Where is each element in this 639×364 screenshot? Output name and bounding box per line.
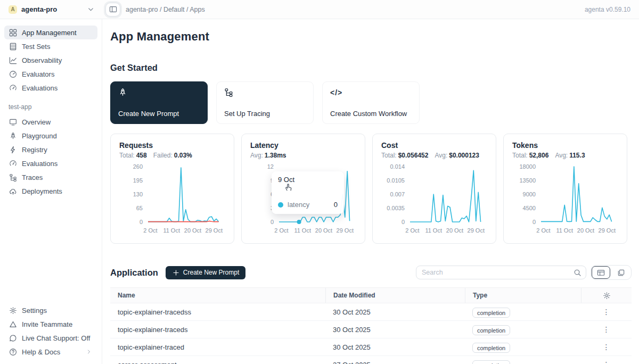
sidebar-bottom-group: Settings Invite Teammate Live Chat Suppo… <box>4 303 97 359</box>
row-app-name: topic-explainer-traced <box>110 343 325 351</box>
set-up-tracing-label: Set Up Tracing <box>224 110 270 118</box>
table-header-date-modified[interactable]: Date Modified <box>325 288 465 303</box>
table-header-name[interactable]: Name <box>110 292 325 299</box>
main-content: App Management Get Started Create New Pr… <box>102 19 639 364</box>
svg-text:2 Oct: 2 Oct <box>143 227 157 234</box>
set-up-tracing-card[interactable]: Set Up Tracing <box>216 81 314 124</box>
create-new-prompt-button[interactable]: Create New Prompt <box>166 266 245 279</box>
create-custom-workflow-card[interactable]: </> Create Custom Workflow <box>322 81 420 124</box>
sidebar-toggle-button[interactable] <box>105 3 120 16</box>
application-heading: Application <box>110 268 158 278</box>
sidebar-app-item-registry[interactable]: Registry <box>4 143 97 156</box>
sidebar-item-test-sets[interactable]: Test Sets <box>4 39 97 53</box>
bolt-icon <box>9 146 17 154</box>
row-menu-kebab-icon[interactable]: ⋮ <box>601 308 612 316</box>
sidebar-bottom-item-invite-teammate[interactable]: Invite Teammate <box>4 317 97 331</box>
table-header-type[interactable]: Type <box>465 288 581 303</box>
row-app-name: career-assessment <box>110 361 325 364</box>
row-date-modified: 30 Oct 2025 <box>325 308 465 316</box>
search-icon[interactable] <box>574 269 581 277</box>
type-badge: completion <box>472 343 510 353</box>
svg-text:0: 0 <box>140 219 143 225</box>
sidebar-bottom-item-live-chat-support[interactable]: Live Chat Support: Off <box>4 331 97 345</box>
svg-text:29 Oct: 29 Oct <box>337 227 354 234</box>
plus-icon <box>172 269 180 277</box>
svg-text:4500: 4500 <box>523 205 536 211</box>
svg-text:29 Oct: 29 Oct <box>468 227 485 234</box>
sidebar-app-item-evaluations[interactable]: Evaluations <box>4 156 97 170</box>
speed-icon <box>9 84 17 92</box>
tokens-stat: Avg:115.3 <box>555 152 585 159</box>
mouse-cursor-hand-icon <box>283 182 293 194</box>
sidebar-app-item-playground[interactable]: Playground <box>4 129 97 143</box>
code-icon: </> <box>330 88 342 97</box>
row-menu-kebab-icon[interactable]: ⋮ <box>601 343 612 351</box>
application-section: Application Create New Prompt <box>110 265 632 364</box>
get-started-section: Get Started Create New Prompt Set Up Tra… <box>110 63 632 124</box>
sidebar-item-evaluations-label: Evaluations <box>22 84 58 92</box>
sidebar-item-evaluations[interactable]: Evaluations <box>4 81 97 95</box>
get-started-cards: Create New Prompt Set Up Tracing </> Cre… <box>110 81 632 124</box>
view-toggle <box>591 265 632 280</box>
cost-chart-title: Cost <box>381 141 487 150</box>
applications-table: Name Date Modified Type topic-explainer-… <box>110 287 632 364</box>
requests-chart-title: Requests <box>119 141 225 150</box>
table-row[interactable]: career-assessment 27 Oct 2025 completion… <box>110 356 632 364</box>
svg-text:11 Oct: 11 Oct <box>556 227 573 234</box>
cost-series-cost <box>410 170 481 222</box>
sidebar-app-item-overview[interactable]: Overview <box>4 115 97 129</box>
gauge-icon <box>9 70 17 78</box>
gear-icon <box>9 307 17 315</box>
row-menu-kebab-icon[interactable]: ⋮ <box>601 360 612 364</box>
sidebar-app-item-deployments-label: Deployments <box>22 187 62 195</box>
sidebar-item-evaluators[interactable]: Evaluators <box>4 67 97 81</box>
table-row[interactable]: topic-explainer-traceds 30 Oct 2025 comp… <box>110 321 632 338</box>
sidebar-item-app-management[interactable]: App Management <box>4 26 97 39</box>
sidebar-app-item-deployments[interactable]: Deployments <box>4 184 97 198</box>
sidebar-main-group: App Management Test Sets Observability E… <box>4 26 97 95</box>
svg-text:20 Oct: 20 Oct <box>446 227 463 234</box>
table-view-button[interactable] <box>592 266 610 279</box>
svg-text:29 Oct: 29 Oct <box>599 227 616 234</box>
sidebar-bottom-item-settings[interactable]: Settings <box>4 303 97 317</box>
workspace-selector[interactable]: A agenta-pro <box>0 5 102 14</box>
chart-plot[interactable]: 0651301952602 Oct11 Oct20 Oct29 Oct <box>119 161 226 241</box>
chart-plot[interactable]: 04500900013500180002 Oct11 Oct20 Oct29 O… <box>512 161 619 241</box>
sidebar-item-test-sets-label: Test Sets <box>22 43 50 51</box>
svg-text:11 Oct: 11 Oct <box>294 227 311 234</box>
create-custom-workflow-label: Create Custom Workflow <box>330 110 407 118</box>
chartline-icon <box>9 56 17 64</box>
cost-stat: Avg:$0.000123 <box>435 152 479 159</box>
create-new-prompt-card[interactable]: Create New Prompt <box>110 81 208 124</box>
chart-stats: Total:458Failed:0.03% <box>119 152 225 159</box>
sidebar-bottom-item-invite-teammate-label: Invite Teammate <box>22 320 72 328</box>
sidebar: App Management Test Sets Observability E… <box>0 19 102 364</box>
table-body: topic-explainer-tracedss 30 Oct 2025 com… <box>110 303 632 364</box>
panel-toggle-icon <box>109 5 117 13</box>
row-menu-kebab-icon[interactable]: ⋮ <box>601 325 612 334</box>
table-row[interactable]: topic-explainer-traced 30 Oct 2025 compl… <box>110 338 632 356</box>
table-row[interactable]: topic-explainer-tracedss 30 Oct 2025 com… <box>110 303 632 321</box>
svg-text:2 Oct: 2 Oct <box>536 227 550 234</box>
svg-text:0: 0 <box>402 219 405 225</box>
sidebar-item-observability[interactable]: Observability <box>4 53 97 67</box>
sidebar-bottom-item-help-docs-label: Help & Docs <box>22 348 60 356</box>
sidebar-bottom-item-help-docs[interactable]: Help & Docs <box>4 345 97 359</box>
svg-text:11 Oct: 11 Oct <box>425 227 442 234</box>
tooltip-series-row: latency0 <box>278 201 338 209</box>
chart-plot[interactable]: 00.00350.0070.01050.0142 Oct11 Oct20 Oct… <box>381 161 488 241</box>
svg-text:20 Oct: 20 Oct <box>184 227 201 234</box>
search-input[interactable] <box>422 269 574 276</box>
sidebar-app-item-traces[interactable]: Traces <box>4 170 97 184</box>
metrics-charts-row: Requests Total:458Failed:0.03% 065130195… <box>110 134 632 244</box>
table-header-actions <box>581 288 632 303</box>
chart-stats: Avg:1.38ms <box>250 152 356 159</box>
breadcrumb[interactable]: agenta-pro / Default / Apps <box>126 6 205 13</box>
requests-stat: Total:458 <box>119 152 147 159</box>
svg-text:2 Oct: 2 Oct <box>274 227 288 234</box>
workspace-name: agenta-pro <box>21 5 83 13</box>
latency-chart-title: Latency <box>250 141 356 150</box>
svg-text:0.014: 0.014 <box>390 163 405 170</box>
card-view-button[interactable] <box>611 266 631 279</box>
column-settings-gear-icon[interactable] <box>603 292 611 300</box>
